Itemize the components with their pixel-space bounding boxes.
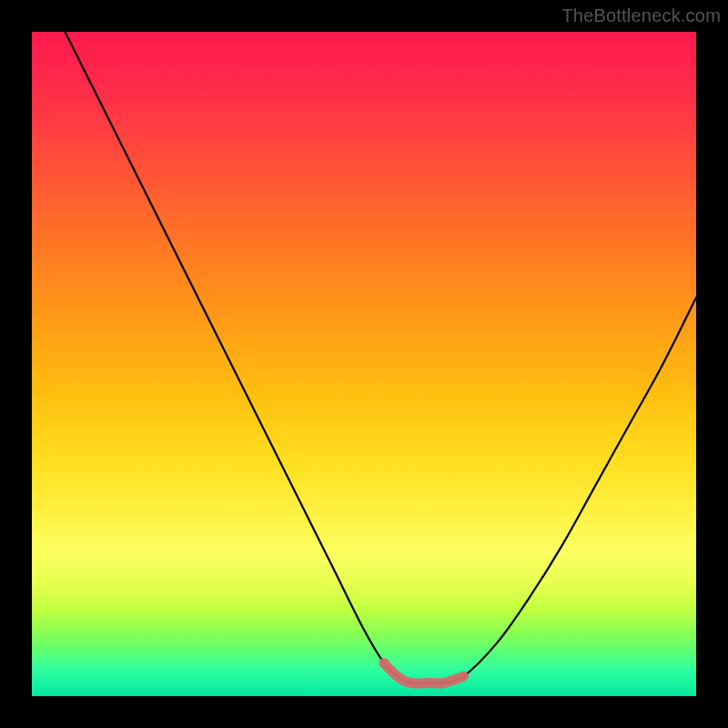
- plot-area: [32, 32, 696, 696]
- curve-svg: [32, 32, 696, 696]
- valley-highlight-path: [384, 663, 464, 683]
- bottleneck-curve-path: [66, 32, 697, 683]
- chart-canvas: TheBottleneck.com: [0, 0, 728, 728]
- watermark-label: TheBottleneck.com: [561, 5, 721, 26]
